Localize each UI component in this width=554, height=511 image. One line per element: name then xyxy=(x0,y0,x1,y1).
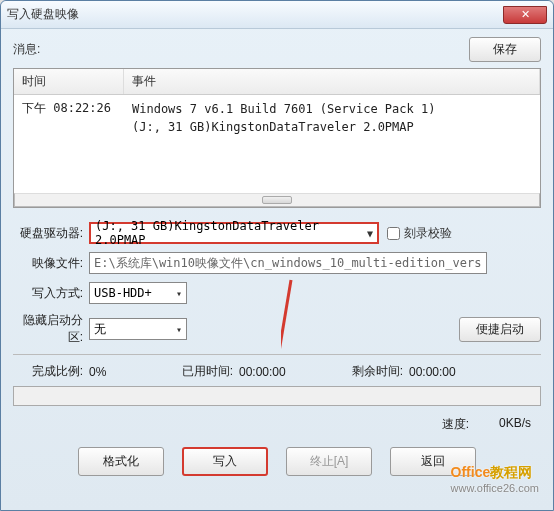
drive-label: 硬盘驱动器: xyxy=(13,225,89,242)
hidden-select[interactable]: 无 ▾ xyxy=(89,318,187,340)
titlebar: 写入硬盘映像 ✕ xyxy=(1,1,553,29)
close-button[interactable]: ✕ xyxy=(503,6,547,24)
log-table: 时间 事件 下午 08:22:26 Windows 7 v6.1 Build 7… xyxy=(13,68,541,208)
col-time[interactable]: 时间 xyxy=(14,69,124,94)
quickboot-button[interactable]: 便捷启动 xyxy=(459,317,541,342)
write-button[interactable]: 写入 xyxy=(182,447,268,476)
hidden-label: 隐藏启动分区: xyxy=(13,312,89,346)
chevron-down-icon: ▾ xyxy=(176,288,182,299)
elapsed-label: 已用时间: xyxy=(179,363,239,380)
format-button[interactable]: 格式化 xyxy=(78,447,164,476)
status-row: 完成比例: 0% 已用时间: 00:00:00 剩余时间: 00:00:00 xyxy=(13,363,541,380)
percent-value: 0% xyxy=(89,365,179,379)
row-method: 写入方式: USB-HDD+ ▾ xyxy=(13,282,541,304)
chevron-down-icon: ▼ xyxy=(367,228,373,239)
close-icon: ✕ xyxy=(521,8,530,21)
event-line: Windows 7 v6.1 Build 7601 (Service Pack … xyxy=(132,100,532,118)
remaining-value: 00:00:00 xyxy=(409,365,541,379)
col-event[interactable]: 事件 xyxy=(124,69,540,94)
speed-value: 0KB/s xyxy=(499,416,531,433)
dialog-window: 写入硬盘映像 ✕ 消息: 保存 时间 事件 下午 08:22:26 Window… xyxy=(0,0,554,511)
divider xyxy=(13,354,541,355)
bottom-buttons: 格式化 写入 终止[A] 返回 xyxy=(13,443,541,480)
messages-label: 消息: xyxy=(13,41,469,58)
drive-value: (J:, 31 GB)KingstonDataTraveler 2.0PMAP xyxy=(95,219,363,247)
window-title: 写入硬盘映像 xyxy=(7,6,503,23)
abort-button: 终止[A] xyxy=(286,447,372,476)
cell-time: 下午 08:22:26 xyxy=(14,97,124,144)
event-line: (J:, 31 GB)KingstonDataTraveler 2.0PMAP xyxy=(132,118,532,136)
verify-label: 刻录校验 xyxy=(404,225,452,242)
drive-select[interactable]: (J:, 31 GB)KingstonDataTraveler 2.0PMAP … xyxy=(89,222,379,244)
image-label: 映像文件: xyxy=(13,255,89,272)
chevron-down-icon: ▾ xyxy=(176,324,182,335)
row-drive: 硬盘驱动器: (J:, 31 GB)KingstonDataTraveler 2… xyxy=(13,222,541,244)
verify-checkbox[interactable] xyxy=(387,227,400,240)
table-header: 时间 事件 xyxy=(14,69,540,95)
content-area: 消息: 保存 时间 事件 下午 08:22:26 Windows 7 v6.1 … xyxy=(1,29,553,488)
method-label: 写入方式: xyxy=(13,285,89,302)
top-row: 消息: 保存 xyxy=(13,37,541,62)
elapsed-value: 00:00:00 xyxy=(239,365,339,379)
method-select[interactable]: USB-HDD+ ▾ xyxy=(89,282,187,304)
speed-row: 速度: 0KB/s xyxy=(13,416,541,433)
row-hidden: 隐藏启动分区: 无 ▾ 便捷启动 xyxy=(13,312,541,346)
image-input[interactable] xyxy=(89,252,487,274)
progress-bar xyxy=(13,386,541,406)
table-row[interactable]: 下午 08:22:26 Windows 7 v6.1 Build 7601 (S… xyxy=(14,95,540,146)
save-button[interactable]: 保存 xyxy=(469,37,541,62)
form-area: 硬盘驱动器: (J:, 31 GB)KingstonDataTraveler 2… xyxy=(13,222,541,480)
method-value: USB-HDD+ xyxy=(94,286,152,300)
cell-event: Windows 7 v6.1 Build 7601 (Service Pack … xyxy=(124,97,540,144)
speed-label: 速度: xyxy=(442,416,469,433)
resize-handle[interactable] xyxy=(14,193,540,207)
verify-checkbox-wrap[interactable]: 刻录校验 xyxy=(387,225,452,242)
back-button[interactable]: 返回 xyxy=(390,447,476,476)
percent-label: 完成比例: xyxy=(13,363,89,380)
grip-icon xyxy=(262,196,292,204)
row-image: 映像文件: xyxy=(13,252,541,274)
remaining-label: 剩余时间: xyxy=(339,363,409,380)
hidden-value: 无 xyxy=(94,321,106,338)
